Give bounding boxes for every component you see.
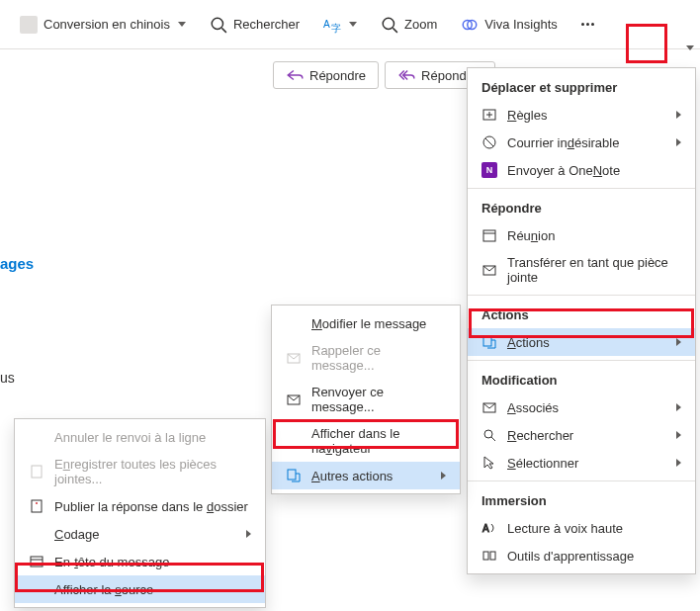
view-source-item[interactable]: Afficher la source: [15, 575, 265, 603]
separator: [468, 480, 695, 481]
rules-item[interactable]: Règles: [468, 101, 695, 129]
label: Lecture à voix haute: [507, 521, 681, 536]
chevron-right-icon: [676, 138, 681, 146]
blank-icon: [29, 429, 44, 445]
chevron-right-icon: [441, 472, 446, 480]
svg-line-1: [221, 28, 226, 33]
related-item[interactable]: Associés: [468, 393, 695, 421]
label: Afficher la source: [54, 582, 251, 597]
other-actions-item[interactable]: Autres actions: [272, 462, 460, 489]
label: Rappeler ce message...: [311, 343, 446, 373]
post-to-folder-item[interactable]: Publier la réponse dans le dossier: [15, 492, 265, 520]
svg-rect-23: [288, 470, 296, 480]
svg-rect-20: [490, 552, 495, 560]
actions-item[interactable]: Actions: [468, 328, 695, 356]
envelope-icon: [481, 399, 497, 415]
other-actions-submenu: Annuler le renvoi à la ligne Enregistrer…: [14, 418, 266, 608]
chevron-right-icon: [676, 431, 681, 439]
viva-insights-button[interactable]: Viva Insights: [451, 12, 567, 38]
resend-icon: [286, 392, 302, 407]
svg-rect-24: [32, 466, 42, 478]
label: Répondre: [309, 68, 366, 83]
junk-item[interactable]: Courrier indésirable: [468, 129, 695, 156]
reply-icon: [286, 66, 304, 84]
other-actions-icon: [286, 468, 302, 483]
svg-rect-11: [483, 230, 495, 241]
cursor-icon: [481, 455, 497, 471]
menu-header: Déplacer et supprimer: [468, 72, 695, 101]
chinese-conversion-button[interactable]: Conversion en chinois: [10, 12, 196, 38]
blank-icon: [286, 315, 302, 331]
label: Enregistrer toutes les pièces jointes...: [54, 457, 251, 486]
label: Rechercher: [233, 17, 300, 32]
zoom-button[interactable]: Zoom: [371, 12, 447, 38]
forward-attachment-item[interactable]: Transférer en tant que pièce jointe: [468, 249, 695, 291]
actions-icon: [481, 334, 497, 350]
truncated-text: us: [0, 370, 15, 386]
search-icon: [481, 427, 497, 443]
onenote-item[interactable]: N Envoyer à OneNote: [468, 156, 695, 184]
reply-all-icon: [397, 66, 415, 84]
recall-message-item: Rappeler ce message...: [272, 337, 460, 379]
unwrap-item: Annuler le renvoi à la ligne: [15, 423, 265, 451]
select-item[interactable]: Sélectionner: [468, 449, 695, 477]
translate-button[interactable]: A字: [313, 12, 367, 38]
post-icon: [29, 498, 44, 514]
modify-message-item[interactable]: Modifier le message: [272, 309, 460, 337]
svg-point-26: [36, 502, 38, 504]
svg-text:A: A: [482, 523, 489, 534]
separator: [468, 360, 695, 361]
read-aloud-item[interactable]: A Lecture à voix haute: [468, 514, 695, 542]
label: Outils d'apprentissage: [507, 549, 681, 564]
ribbon-overflow-chevron[interactable]: [686, 45, 694, 50]
chevron-right-icon: [676, 403, 681, 411]
forward-attach-icon: [481, 262, 497, 278]
svg-rect-25: [32, 500, 42, 512]
view-in-browser-item[interactable]: Afficher dans le navigateur: [272, 420, 460, 462]
learning-tools-item[interactable]: Outils d'apprentissage: [468, 542, 695, 569]
search-button[interactable]: Rechercher: [200, 12, 309, 38]
menu-header: Modification: [468, 365, 695, 393]
label: Modifier le message: [311, 316, 446, 331]
label: Courrier indésirable: [507, 135, 666, 150]
learning-icon: [481, 548, 497, 564]
find-item[interactable]: Rechercher: [468, 421, 695, 449]
message-header-item[interactable]: En-tête du message: [15, 548, 265, 575]
junk-icon: [481, 134, 497, 150]
svg-text:字: 字: [331, 22, 341, 33]
encoding-item[interactable]: Codage: [15, 520, 265, 548]
label: Codage: [54, 527, 236, 542]
label: Règles: [507, 108, 666, 123]
menu-header: Actions: [468, 300, 695, 328]
label: Viva Insights: [484, 17, 557, 32]
svg-line-17: [491, 437, 495, 441]
chevron-right-icon: [246, 530, 251, 538]
chevron-right-icon: [676, 111, 681, 119]
recall-icon: [286, 350, 302, 366]
label: Sélectionner: [507, 456, 666, 471]
more-commands-button[interactable]: [571, 8, 605, 42]
menu-header: Immersion: [468, 485, 695, 514]
read-aloud-icon: A: [481, 520, 497, 536]
label: Rechercher: [507, 428, 666, 443]
svg-rect-19: [483, 552, 488, 560]
save-icon: [29, 464, 44, 480]
chevron-down-icon: [178, 22, 186, 27]
reply-button[interactable]: Répondre: [273, 61, 379, 89]
blank-icon: [29, 526, 44, 542]
header-icon: [29, 554, 44, 569]
search-icon: [210, 16, 227, 34]
svg-rect-14: [483, 336, 491, 346]
blank-icon: [286, 433, 302, 449]
resend-message-item[interactable]: Renvoyer ce message...: [272, 379, 460, 420]
calendar-icon: [481, 227, 497, 243]
label: Envoyer à OneNote: [507, 163, 681, 178]
svg-point-0: [212, 18, 222, 29]
meeting-item[interactable]: Réunion: [468, 221, 695, 249]
label: Zoom: [404, 17, 437, 32]
svg-rect-27: [31, 557, 43, 567]
truncated-heading: ages: [0, 255, 34, 272]
placeholder-icon: [20, 16, 38, 34]
rules-icon: [481, 107, 497, 123]
label: Publier la réponse dans le dossier: [54, 499, 251, 514]
